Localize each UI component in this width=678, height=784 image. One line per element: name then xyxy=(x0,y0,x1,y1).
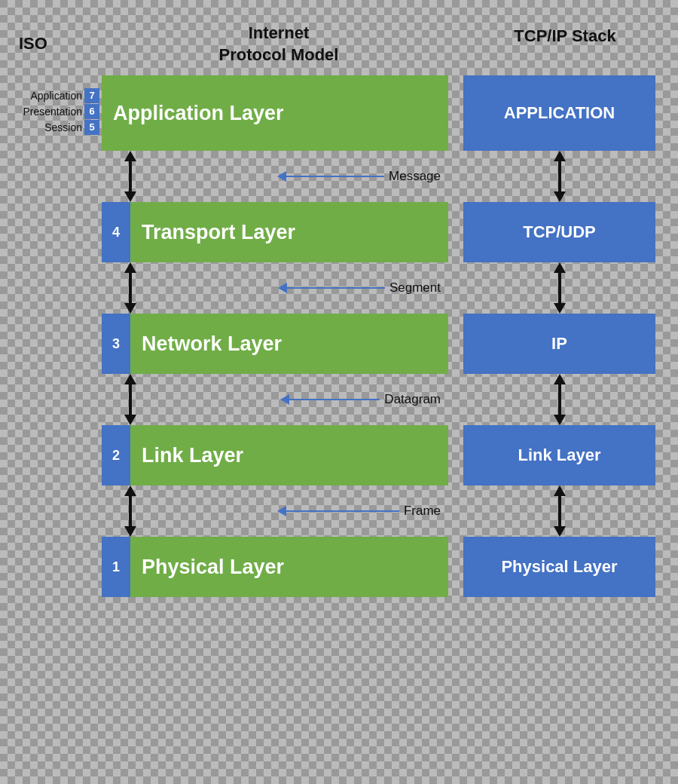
ha-tip-message xyxy=(277,171,286,182)
iso-labels-application: Application 7 Presentation 6 Session 5 xyxy=(15,75,102,151)
arrow-line-2 xyxy=(129,273,132,303)
ra-top-3 xyxy=(554,374,566,384)
ha-label-frame: Frame xyxy=(404,504,441,519)
green-label-network: Network Layer xyxy=(142,332,282,356)
vert-arrow-1 xyxy=(116,151,145,202)
green-box-physical: Physical Layer xyxy=(130,537,448,597)
tcp-label-network: IP xyxy=(551,334,567,354)
headers: ISO Internet Protocol Model TCP/IP Stack xyxy=(15,23,663,64)
arrow-down-2 xyxy=(124,303,136,314)
ra-top-4 xyxy=(554,485,566,496)
green-box-network: Network Layer xyxy=(130,314,448,374)
vert-arrow-2 xyxy=(116,262,145,314)
tcp-box-physical: Physical Layer xyxy=(463,537,655,597)
arrow-line-1 xyxy=(129,161,132,191)
horiz-arrow-datagram: Datagram xyxy=(280,392,441,407)
ha-label-segment: Segment xyxy=(389,280,441,296)
arrow-down-3 xyxy=(124,415,136,425)
iso-labels-link xyxy=(15,425,102,485)
green-label-application: Application Layer xyxy=(113,102,284,125)
ipm-header: Internet Protocol Model xyxy=(136,23,422,66)
right-connector-4 xyxy=(545,485,575,537)
tcp-label-transport: TCP/UDP xyxy=(523,222,596,242)
layer-physical: 1 Physical Layer xyxy=(15,537,448,597)
iso-name-application: Application xyxy=(31,90,83,102)
ra-bottom-2 xyxy=(554,303,566,314)
arrow-line-4 xyxy=(129,496,132,526)
tcpip-header: TCP/IP Stack xyxy=(475,26,655,46)
tcp-box-application: APPLICATION xyxy=(463,75,655,151)
iso-labels-network xyxy=(15,314,102,374)
vert-arrow-3 xyxy=(116,374,145,425)
iso-labels-transport xyxy=(15,202,102,262)
tcp-box-network: IP xyxy=(463,314,655,374)
iso-name-presentation: Presentation xyxy=(23,106,82,118)
ra-top-2 xyxy=(554,262,566,273)
ha-tip-datagram xyxy=(280,394,289,405)
connector-segment: Segment xyxy=(15,262,448,314)
arrow-line-3 xyxy=(129,384,132,415)
ha-label-datagram: Datagram xyxy=(384,392,441,407)
green-label-physical: Physical Layer xyxy=(142,556,284,579)
ha-tip-frame xyxy=(277,506,286,516)
num-tab-1: 1 xyxy=(102,537,130,597)
page-wrapper: ISO Internet Protocol Model TCP/IP Stack… xyxy=(15,23,663,597)
green-box-transport: Transport Layer xyxy=(130,202,448,262)
layer-link: 2 Link Layer xyxy=(15,425,448,485)
arrow-up-2 xyxy=(124,262,136,273)
num-tab-2: 2 xyxy=(102,425,130,485)
num-tab-3: 3 xyxy=(102,314,130,374)
connector-message: Message xyxy=(15,151,448,202)
tcp-box-link: Link Layer xyxy=(463,425,655,485)
green-label-transport: Transport Layer xyxy=(142,221,295,244)
right-connector-2 xyxy=(545,262,575,314)
ra-bottom-1 xyxy=(554,191,566,202)
num-box-5: 5 xyxy=(84,120,99,135)
iso-name-session: Session xyxy=(44,121,82,133)
tcp-label-link: Link Layer xyxy=(518,446,600,465)
ra-line-2 xyxy=(558,273,561,303)
num-box-6: 6 xyxy=(84,104,99,119)
horiz-arrow-message: Message xyxy=(277,169,441,184)
right-connector-1 xyxy=(545,151,575,202)
ha-label-message: Message xyxy=(389,169,441,184)
diagram: Application 7 Presentation 6 Session 5 A… xyxy=(15,75,663,597)
num-tab-4: 4 xyxy=(102,202,130,262)
right-connector-3 xyxy=(545,374,575,425)
tcp-label-physical: Physical Layer xyxy=(501,557,617,577)
horiz-arrow-frame: Frame xyxy=(277,504,441,519)
connector-datagram: Datagram xyxy=(15,374,448,425)
ra-top-1 xyxy=(554,151,566,161)
arrow-up-3 xyxy=(124,374,136,384)
ra-bottom-3 xyxy=(554,415,566,425)
horiz-arrow-segment: Segment xyxy=(278,280,441,296)
arrow-up-4 xyxy=(124,485,136,496)
tcp-box-transport: TCP/UDP xyxy=(463,202,655,262)
arrow-up-1 xyxy=(124,151,136,161)
ra-line-4 xyxy=(558,496,561,526)
connector-frame: Frame xyxy=(15,485,448,537)
iso-labels-physical xyxy=(15,537,102,597)
green-label-link: Link Layer xyxy=(142,444,243,467)
num-box-7: 7 xyxy=(84,88,99,103)
ra-line-3 xyxy=(558,384,561,415)
layer-application: Application 7 Presentation 6 Session 5 A… xyxy=(15,75,448,151)
layer-transport: 4 Transport Layer xyxy=(15,202,448,262)
iso-header: ISO xyxy=(19,34,47,54)
ha-line-segment xyxy=(287,287,385,289)
ha-tip-segment xyxy=(278,283,287,293)
left-column: Application 7 Presentation 6 Session 5 A… xyxy=(15,75,448,597)
ra-line-1 xyxy=(558,161,561,191)
tcp-label-application: APPLICATION xyxy=(504,103,615,123)
green-box-link: Link Layer xyxy=(130,425,448,485)
ha-line-message xyxy=(286,176,384,177)
ha-line-frame xyxy=(286,510,399,512)
ha-line-datagram xyxy=(289,399,380,400)
arrow-down-1 xyxy=(124,191,136,202)
arrow-down-4 xyxy=(124,526,136,537)
ra-bottom-4 xyxy=(554,526,566,537)
right-column: APPLICATION TCP/UDP IP xyxy=(463,75,655,597)
vert-arrow-4 xyxy=(116,485,145,537)
layer-network: 3 Network Layer xyxy=(15,314,448,374)
green-box-application: Application Layer xyxy=(102,75,448,151)
